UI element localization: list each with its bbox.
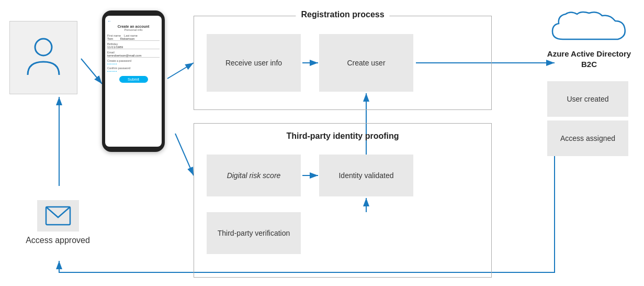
cloud-icon	[547, 8, 631, 45]
thirdparty-verification-label: Third-party verification	[218, 229, 290, 237]
field-firstname-value: Tom Robertson	[107, 37, 160, 41]
svg-line-2	[81, 59, 102, 84]
svg-line-3	[167, 63, 194, 79]
digital-risk-box: Digital risk score	[207, 155, 301, 196]
phone-container: ← Create an account Personal info First …	[102, 10, 170, 162]
phone-submit-button[interactable]: Submit	[119, 76, 148, 83]
phone: ← Create an account Personal info First …	[102, 10, 165, 152]
receive-user-info-box: Receive user info	[207, 34, 301, 92]
email-icon-box	[37, 200, 79, 232]
field-password-value: •••••••	[107, 62, 160, 65]
field-birthday-value: 11/11/1989	[107, 46, 160, 49]
create-user-box: Create user	[319, 34, 413, 92]
user-created-box: User created	[547, 81, 628, 117]
create-user-label: Create user	[347, 59, 385, 67]
phone-title: Create an account	[107, 25, 160, 28]
access-approved-label: Access approved	[26, 236, 90, 245]
email-icon	[45, 206, 71, 226]
person-icon	[25, 36, 62, 80]
user-created-label: User created	[567, 95, 608, 103]
digital-risk-label: Digital risk score	[227, 171, 281, 180]
svg-line-6	[175, 134, 194, 175]
registration-title: Registration process	[296, 10, 389, 19]
phone-subtitle: Personal info	[107, 28, 160, 31]
svg-point-11	[35, 39, 52, 56]
diagram: ← Create an account Personal info First …	[0, 0, 644, 286]
thirdparty-title: Third-party identity proofing	[286, 131, 399, 141]
receive-user-info-label: Receive user info	[225, 59, 282, 67]
azure-label: Azure Active Directory B2C	[545, 49, 634, 69]
identity-validated-label: Identity validated	[338, 171, 393, 180]
field-confirm-value: •••••••	[107, 70, 160, 73]
phone-back-arrow: ←	[107, 18, 160, 25]
access-approved-section: Access approved	[9, 186, 106, 259]
access-assigned-box: Access assigned	[547, 120, 628, 156]
access-assigned-label: Access assigned	[560, 134, 615, 142]
identity-validated-box: Identity validated	[319, 155, 413, 196]
user-card	[9, 21, 77, 94]
field-email-value: tomrobertson@mail.com	[107, 54, 160, 58]
phone-screen: ← Create an account Personal info First …	[105, 16, 162, 147]
azure-cloud: Azure Active Directory B2C	[545, 8, 634, 69]
thirdparty-box: Third-party identity proofing	[194, 123, 492, 278]
thirdparty-verification-box: Third-party verification	[207, 212, 301, 254]
